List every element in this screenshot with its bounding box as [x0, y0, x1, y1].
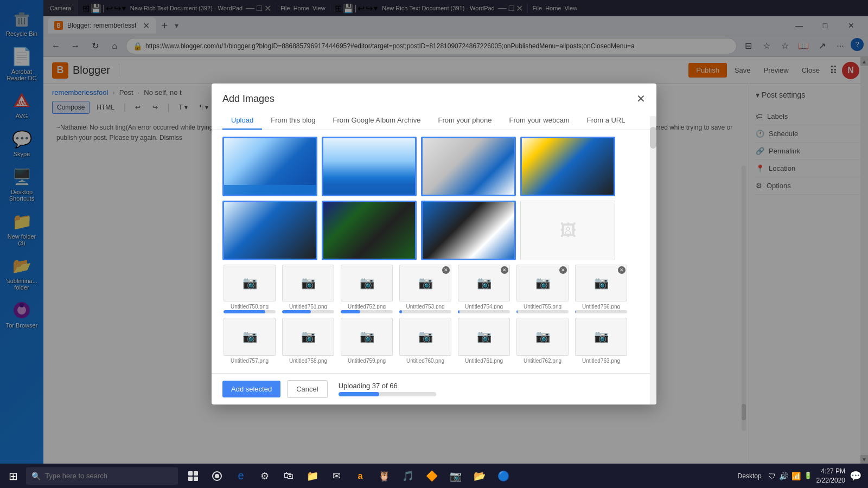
- cortana-icon[interactable]: [206, 464, 228, 488]
- settings-icon[interactable]: ⚙: [254, 464, 276, 488]
- progress-752-fill: [341, 310, 360, 313]
- tripadvisor-icon[interactable]: 🦉: [373, 464, 395, 488]
- search-input[interactable]: [45, 472, 164, 480]
- dialog-close-button[interactable]: ✕: [636, 92, 646, 105]
- file-751-label: Untitled751.png: [289, 304, 327, 310]
- upload-file-752[interactable]: 📷 Untitled752.png: [340, 265, 394, 313]
- file-758-box: 📷: [282, 318, 334, 356]
- screenshot-7[interactable]: [421, 201, 516, 260]
- tab-from-google[interactable]: From Google Album Archive: [324, 112, 430, 130]
- svg-point-17: [215, 474, 219, 478]
- camera-icon-756: 📷: [594, 276, 609, 290]
- taskbar: ⊞ 🔍 e ⚙ 🛍 📁 ✉ a 🦉 🎵 🔶 📷 📂 🔵 Desktop 🛡 🔊 …: [0, 464, 868, 488]
- screenshot-row-1: [222, 137, 646, 196]
- screenshot-4[interactable]: [520, 137, 615, 196]
- cancel-755[interactable]: ✕: [559, 266, 567, 274]
- upload-file-755[interactable]: 📷 ✕ Untitled755.png: [515, 265, 570, 313]
- file-752-box: 📷: [341, 265, 393, 301]
- file-762-box: 📷: [516, 318, 569, 356]
- dialog-tabs: Upload From this blog From Google Album …: [212, 112, 656, 130]
- volume-icon[interactable]: 🔊: [779, 472, 788, 480]
- screenshot-6[interactable]: [322, 201, 417, 260]
- amazon-icon[interactable]: a: [349, 464, 371, 488]
- upload-file-750[interactable]: 📷 Untitled750.png: [222, 265, 277, 313]
- progress-752: [341, 310, 393, 313]
- chrome-icon[interactable]: 🔵: [493, 464, 514, 488]
- upload-file-759[interactable]: 📷 Untitled759.png: [340, 318, 394, 367]
- camera-icon-757: 📷: [242, 330, 257, 344]
- progress-756-fill: [575, 310, 576, 313]
- upload-status-text: Uploading 37 of 66: [339, 382, 436, 390]
- dialog-content: 🖼 📷 Untitled750.png 📷: [212, 130, 656, 373]
- dialog-scrollbar[interactable]: [650, 116, 656, 404]
- file-757-label: Untitled757.png: [231, 358, 269, 364]
- upload-file-754[interactable]: 📷 ✕ Untitled754.png: [457, 265, 511, 313]
- cancel-button[interactable]: Cancel: [287, 380, 327, 398]
- svg-rect-14: [188, 477, 193, 481]
- vlc-icon[interactable]: 🔶: [421, 464, 443, 488]
- screenshot-3[interactable]: [421, 137, 516, 196]
- network-icon[interactable]: 📶: [792, 472, 801, 480]
- file-762-label: Untitled762.png: [524, 358, 561, 364]
- cancel-754[interactable]: ✕: [501, 266, 508, 274]
- dialog-title: Add Images: [222, 93, 275, 105]
- store-icon[interactable]: 🛍: [278, 464, 299, 488]
- tab-from-webcam[interactable]: From your webcam: [500, 112, 578, 130]
- screenshot-2[interactable]: [322, 137, 417, 196]
- add-selected-button[interactable]: Add selected: [222, 381, 280, 397]
- upload-file-751[interactable]: 📷 Untitled751.png: [281, 265, 335, 313]
- tab-from-phone[interactable]: From your phone: [429, 112, 500, 130]
- file-754-label: Untitled754.png: [465, 304, 503, 310]
- uploading-row-1: 📷 Untitled750.png 📷 Untitled751.png: [222, 265, 646, 313]
- tab-upload[interactable]: Upload: [222, 112, 262, 130]
- upload-file-753[interactable]: 📷 ✕ Untrtled753.png: [398, 265, 452, 313]
- screenshot-1[interactable]: [222, 137, 317, 196]
- media-icon[interactable]: 🎵: [397, 464, 419, 488]
- file-750-label: Untitled750.png: [231, 304, 269, 310]
- clock-area[interactable]: 4:27 PM 2/22/2020: [816, 467, 845, 485]
- taskbar-right: Desktop 🛡 🔊 📶 🔋 4:27 PM 2/22/2020 💬: [738, 467, 868, 485]
- files-icon[interactable]: 📂: [469, 464, 490, 488]
- upload-file-763[interactable]: 📷 Untitled763.png: [574, 318, 628, 367]
- add-images-dialog: Add Images ✕ Upload From this blog From …: [212, 84, 656, 404]
- start-button[interactable]: ⊞: [0, 464, 26, 488]
- search-bar[interactable]: 🔍: [26, 467, 178, 485]
- task-view-icon[interactable]: [182, 464, 204, 488]
- upload-progress-fill: [339, 392, 380, 396]
- progress-751-fill: [282, 310, 311, 313]
- upload-file-758[interactable]: 📷 Untitled758.png: [281, 318, 335, 367]
- file-761-box: 📷: [458, 318, 510, 356]
- svg-rect-15: [194, 477, 198, 481]
- upload-file-757[interactable]: 📷 Untitled757.png: [222, 318, 277, 367]
- uploading-row-2: 📷 Untitled757.png 📷 Untitled758.png 📷 Un…: [222, 318, 646, 367]
- tab-from-blog[interactable]: From this blog: [262, 112, 324, 130]
- camera-icon-760: 📷: [418, 330, 433, 344]
- cancel-753[interactable]: ✕: [442, 266, 450, 274]
- mail-icon[interactable]: ✉: [326, 464, 347, 488]
- file-755-box: 📷 ✕: [516, 265, 569, 301]
- upload-progress-bar: [339, 392, 436, 396]
- battery-icon[interactable]: 🔋: [804, 472, 812, 480]
- search-icon: 🔍: [31, 472, 41, 480]
- file-763-label: Untitled763.png: [582, 358, 620, 364]
- screenshot-5[interactable]: [222, 201, 317, 260]
- upload-file-762[interactable]: 📷 Untitled762.png: [515, 318, 570, 367]
- upload-file-756[interactable]: 📷 ✕ Untitled756.png: [574, 265, 628, 313]
- folder-icon[interactable]: 📁: [302, 464, 323, 488]
- notification-icon[interactable]: 💬: [850, 470, 861, 482]
- screenshot-8-placeholder[interactable]: 🖼: [520, 201, 615, 260]
- camera-taskbar-icon[interactable]: 📷: [445, 464, 467, 488]
- placeholder-icon: 🖼: [560, 221, 576, 240]
- antivirus-icon[interactable]: 🛡: [768, 472, 776, 480]
- upload-file-760[interactable]: 📷 Untitled760.png: [398, 318, 452, 367]
- file-757-box: 📷: [224, 318, 276, 356]
- file-754-box: 📷 ✕: [458, 265, 510, 301]
- date-display: 2/22/2020: [816, 476, 845, 485]
- tab-from-url[interactable]: From a URL: [578, 112, 634, 130]
- edge-icon[interactable]: e: [230, 464, 252, 488]
- cancel-756[interactable]: ✕: [618, 266, 626, 274]
- file-756-box: 📷 ✕: [575, 265, 627, 301]
- dialog-footer: Add selected Cancel Uploading 37 of 66: [212, 373, 656, 404]
- file-750-box: 📷: [224, 265, 276, 301]
- upload-file-761[interactable]: 📷 Untitled761.png: [457, 318, 511, 367]
